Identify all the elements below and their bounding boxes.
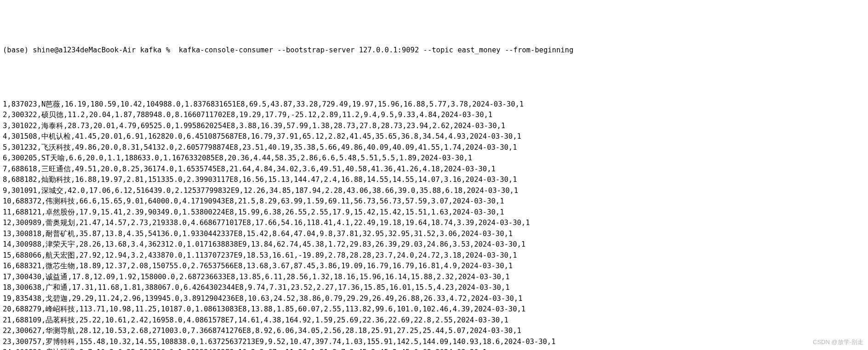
output-line: 14,300988,津荣天宇,28.26,13.68,3.4,362312.0,… [3,239,865,250]
output-line: 8,688182,灿勤科技,16.88,19.97,2.81,151335.0,… [3,175,865,186]
output-line: 7,688618,三旺通信,49.51,20.0,8.25,36174.0,1.… [3,164,865,175]
output-line: 5,301232,飞沃科技,49.86,20.0,8.31,54132.0,2.… [3,142,865,153]
prompt-cwd: kafka [140,46,162,54]
output-line: 18,300638,广和通,17.31,11.68,1.81,388067.0,… [3,282,865,294]
output-line: 2,300322,硕贝德,11.2,20.04,1.87,788948.0,8.… [3,110,865,121]
output-line: 19,835438,戈碧迦,29.29,11.24,2.96,139945.0,… [3,294,865,305]
output-line: 20,688279,峰岹科技,113.71,10.98,11.25,10187.… [3,304,865,315]
output-line: 11,688121,卓然股份,17.9,15.41,2.39,90349.0,1… [3,207,865,218]
output-line: 13,300818,耐普矿机,35.87,13.8,4.35,54136.0,1… [3,229,865,240]
blank-gap [3,67,865,88]
output-line: 23,300757,罗博特科,155.48,10.32,14.55,108838… [3,337,865,348]
prompt-user-host: shine@a1234deMacBook-Air [33,46,136,54]
output-line: 15,688066,航天宏图,27.92,12.94,3.2,433870.0,… [3,250,865,261]
output-line: 17,300430,诚益通,17.8,12.09,1.92,158000.0,2… [3,272,865,283]
output-line: 1,837023,N芭薇,16.19,180.59,10.42,104988.0… [3,99,865,110]
output-line: 12,300989,蕾奥规划,21.47,14.57,2.73,219338.0… [3,218,865,229]
output-line: 9,301091,深城交,42.0,17.06,6.12,516439.0,2.… [3,186,865,197]
output-line: 6,300205,ST天喻,6.6,20.0,1.1,188633.0,1.16… [3,153,865,164]
output-lines: 1,837023,N芭薇,16.19,180.59,10.42,104988.0… [3,99,865,350]
output-line: 22,300627,华测导航,28.12,10.53,2.68,271003.0… [3,326,865,337]
output-line: 21,688109,品茗科技,25.22,10.61,2.42,16958.0,… [3,315,865,326]
prompt-line: (base) shine@a1234deMacBook-Air kafka % … [3,45,865,56]
prompt-symbol: % [166,46,170,54]
command-text[interactable]: kafka-console-consumer --bootstrap-serve… [174,46,573,54]
output-line: 16,688321,微芯生物,18.89,12.37,2.08,150755.0… [3,261,865,272]
output-line: 24,000826,启迪环境,2.7,10.2,0.25,523656.0,1.… [3,347,865,350]
output-line: 10,688372,伟测科技,66.6,15.65,9.01,64000.0,4… [3,196,865,207]
output-line: 4,301508,中机认检,41.45,20.01,6.91,162820.0,… [3,131,865,142]
prompt-env: (base) [3,46,29,54]
output-line: 3,301022,海泰科,28.73,20.01,4.79,69525.0,1.… [3,121,865,132]
